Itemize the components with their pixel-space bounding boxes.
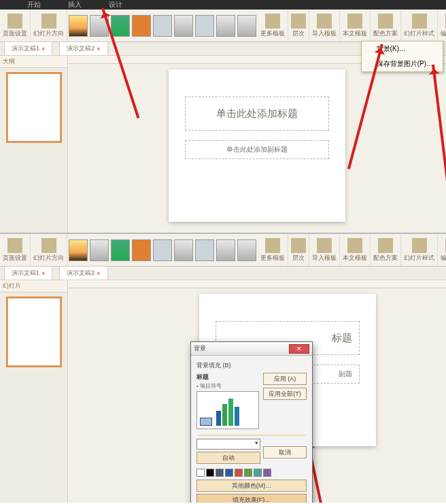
fill-effects-button[interactable]: 填充效果(F)… — [196, 494, 307, 503]
slide-thumbnail[interactable] — [7, 298, 61, 366]
this-template-icon[interactable] — [347, 14, 362, 29]
close-icon[interactable]: ✕ — [289, 344, 309, 354]
auto-button[interactable]: 自动 — [196, 452, 260, 464]
import-icon[interactable] — [291, 14, 306, 29]
color-swatch[interactable] — [225, 469, 233, 477]
menu-bar: 开始 插入 设计 — [0, 0, 446, 10]
template-thumb[interactable] — [111, 15, 130, 37]
workspace: 幻灯片 标题 副题 背景 ✕ 背景填充 (B) 标题 • 项目符号 — [0, 280, 446, 503]
template-gallery[interactable] — [67, 238, 258, 263]
more-templates-label: 更多模板 — [260, 29, 285, 38]
color-select[interactable] — [196, 439, 260, 450]
fill-label: 背景填充 (B) — [196, 361, 307, 370]
color-swatch[interactable] — [263, 469, 271, 477]
edit-master-label: 编辑母版 — [441, 29, 446, 38]
template-thumb[interactable] — [132, 239, 151, 261]
color-swatch[interactable] — [216, 469, 224, 477]
preview-bullet: • 项目符号 — [196, 382, 259, 390]
import-template-icon[interactable] — [317, 238, 332, 253]
template-thumb[interactable] — [195, 15, 214, 37]
subtitle-placeholder[interactable]: 单击此处添加副标题 — [185, 140, 329, 159]
dialog-title: 背景 — [194, 344, 206, 353]
slide-canvas: 单击此处添加标题 单击此处添加副标题 — [68, 56, 446, 246]
slide[interactable]: 单击此处添加标题 单击此处添加副标题 — [169, 69, 345, 222]
slide-style-icon[interactable] — [412, 14, 427, 29]
template-thumb[interactable] — [111, 239, 130, 261]
this-template-icon[interactable] — [347, 238, 362, 253]
panel-tab-slides[interactable]: 幻灯片 — [0, 280, 67, 292]
more-templates-icon[interactable] — [265, 14, 280, 29]
ruler — [68, 280, 446, 288]
slide-panel: 大纲 — [0, 56, 68, 246]
template-thumb[interactable] — [153, 15, 172, 37]
dialog-titlebar[interactable]: 背景 ✕ — [191, 342, 312, 356]
color-swatch[interactable] — [196, 469, 205, 477]
template-thumb[interactable] — [174, 15, 193, 37]
template-thumb[interactable] — [132, 15, 151, 37]
template-thumb[interactable] — [69, 239, 88, 261]
template-thumb[interactable] — [195, 239, 214, 261]
slide-thumbnail[interactable] — [7, 73, 61, 141]
doc-tab[interactable]: 演示文稿2× — [59, 266, 107, 280]
template-thumb[interactable] — [237, 239, 256, 261]
color-swatch[interactable] — [254, 469, 262, 477]
title-placeholder[interactable]: 单击此处添加标题 — [185, 97, 329, 131]
template-gallery[interactable] — [67, 14, 258, 38]
dropdown-item-background[interactable]: 背景(K)… — [362, 41, 443, 56]
menu-item[interactable]: 开始 — [27, 0, 41, 10]
color-scheme-label: 配色方案 — [373, 29, 398, 38]
template-thumb[interactable] — [216, 15, 235, 37]
color-swatch[interactable] — [235, 469, 243, 477]
color-swatch[interactable] — [244, 469, 252, 477]
more-templates-icon[interactable] — [265, 238, 280, 253]
import-label: 层次 — [292, 29, 305, 38]
this-template-label: 本文模板 — [343, 29, 367, 38]
preview-section-label: 标题 — [196, 373, 259, 382]
apply-button[interactable]: 应用 (A) — [263, 373, 307, 385]
color-swatch[interactable] — [206, 469, 214, 477]
template-thumb[interactable] — [153, 239, 172, 261]
slide-panel: 幻灯片 — [0, 280, 68, 503]
ribbon: 页面设置 幻灯片方向 更多模板 层次 导入模板 本文模板 配色方案 幻灯片样式 … — [0, 10, 446, 42]
workspace: 大纲 单击此处添加标题 单击此处添加副标题 — [0, 56, 446, 246]
page-setup-label: 页面设置 — [3, 29, 27, 38]
slide-direction-label: 幻灯片方向 — [33, 29, 64, 38]
color-scheme-icon[interactable] — [378, 14, 393, 29]
slide-style-icon[interactable] — [412, 238, 427, 253]
slide-direction-icon[interactable] — [41, 238, 56, 253]
ribbon: 页面设置 幻灯片方向 更多模板 层次 导入模板 本文模板 配色方案 幻灯片样式 … — [0, 234, 446, 267]
menu-item[interactable]: 设计 — [109, 0, 122, 10]
cancel-button[interactable]: 取消 — [263, 446, 307, 458]
fill-preview — [196, 391, 259, 429]
doc-tab[interactable]: 演示文稿1× — [4, 41, 52, 55]
menu-item[interactable]: 插入 — [68, 0, 82, 10]
template-thumb[interactable] — [90, 239, 109, 261]
doc-tabs: 演示文稿1× 演示文稿2× — [0, 267, 446, 280]
panel-tab-outline[interactable]: 大纲 — [0, 56, 67, 68]
template-thumb[interactable] — [174, 239, 193, 261]
template-thumb[interactable] — [216, 239, 235, 261]
page-setup-icon[interactable] — [7, 14, 22, 29]
more-colors-button[interactable]: 其他颜色(M)… — [196, 480, 307, 492]
slide-style-label: 幻灯片样式 — [404, 29, 434, 38]
page-setup-icon[interactable] — [7, 238, 22, 253]
doc-tab[interactable]: 演示文稿2× — [59, 41, 107, 55]
slide-direction-icon[interactable] — [41, 14, 56, 29]
doc-tab[interactable]: 演示文稿1× — [4, 266, 52, 280]
color-scheme-icon[interactable] — [378, 238, 393, 253]
template-thumb[interactable] — [237, 15, 256, 37]
import-icon[interactable] — [291, 238, 306, 253]
apply-all-button[interactable]: 应用全部(T) — [263, 388, 307, 400]
color-swatches — [196, 469, 307, 477]
import-template-icon[interactable] — [317, 14, 332, 29]
background-dialog: 背景 ✕ 背景填充 (B) 标题 • 项目符号 应用 (A) — [190, 341, 313, 503]
template-thumb[interactable] — [69, 15, 88, 37]
import-template-label: 导入模板 — [312, 29, 337, 38]
